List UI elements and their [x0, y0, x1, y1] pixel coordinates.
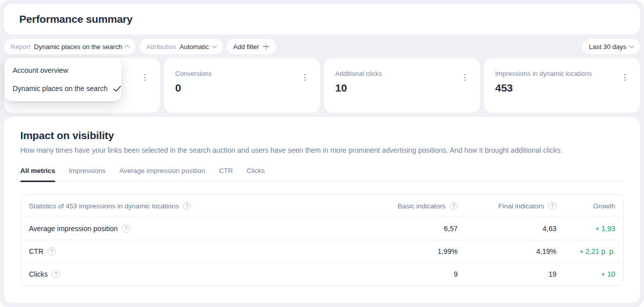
date-range-value: Last 30 days [589, 43, 626, 51]
filter-bar: Report Dynamic places on the search Attr… [4, 39, 640, 54]
metrics-tabs: All metrics Impressions Average impressi… [20, 167, 624, 182]
table-row: Average impression position ? 6,57 4,63 … [21, 217, 623, 240]
help-icon[interactable]: ? [548, 202, 556, 210]
statistics-table: Statistics of 453 impressions in dynamic… [20, 194, 624, 286]
metric-card-impressions: Impressions in dynamic locations 453 [484, 58, 640, 113]
final-value: 4,19% [458, 247, 556, 255]
tab-ctr[interactable]: CTR [219, 167, 233, 181]
dropdown-item-account-overview[interactable]: Account overview [5, 61, 122, 79]
table-title-cell: Statistics of 453 impressions in dynamic… [21, 202, 364, 210]
attribution-filter-value: Automatic [180, 43, 209, 51]
final-value: 19 [458, 270, 556, 278]
dropdown-item-label: Account overview [13, 66, 68, 74]
help-icon[interactable]: ? [48, 247, 56, 255]
report-dropdown-menu: Account overview Dynamic places on the s… [5, 58, 122, 101]
basic-value: 9 [364, 270, 458, 278]
kebab-menu-icon[interactable] [463, 73, 467, 82]
metric-value: 0 [175, 82, 308, 94]
plus-icon [263, 43, 269, 50]
metric-card-additional-clicks: Additional clicks 10 [324, 58, 480, 113]
metric-value: 10 [335, 82, 468, 94]
row-label-cell: CTR ? [21, 247, 364, 255]
row-label-cell: Average impression position ? [21, 225, 364, 233]
attribution-filter-label: Attribution [146, 43, 176, 51]
basic-value: 1,99% [364, 247, 458, 255]
metric-label: Impressions in dynamic locations [495, 70, 628, 77]
tab-average-impression-position[interactable]: Average impression position [119, 167, 205, 181]
section-title: Impact on visibility [20, 129, 624, 142]
chevron-down-icon [629, 43, 634, 49]
dropdown-item-label: Dynamic places on the search [13, 84, 108, 93]
kebab-menu-icon[interactable] [623, 73, 627, 82]
table-title: Statistics of 453 impressions in dynamic… [29, 202, 179, 210]
metric-label: Conversions [175, 70, 308, 77]
help-icon[interactable]: ? [183, 202, 191, 210]
metric-card-conversions: Conversions 0 [164, 58, 320, 113]
dropdown-item-dynamic-places[interactable]: Dynamic places on the search [5, 79, 122, 98]
table-header-row: Statistics of 453 impressions in dynamic… [21, 195, 623, 217]
page-header: Performance summary [4, 4, 640, 34]
check-icon [113, 85, 122, 93]
page-title: Performance summary [19, 13, 133, 25]
report-filter-dropdown[interactable]: Report Dynamic places on the search [4, 39, 136, 54]
column-header-growth: Growth [556, 202, 623, 210]
growth-value: + 10 [556, 270, 623, 278]
help-icon[interactable]: ? [122, 225, 130, 233]
add-filter-button[interactable]: Add filter [227, 39, 276, 54]
attribution-filter-dropdown[interactable]: Attribution Automatic [140, 39, 222, 54]
metric-value: 453 [495, 82, 628, 94]
tab-all-metrics[interactable]: All metrics [20, 167, 55, 181]
tab-clicks[interactable]: Clicks [247, 167, 265, 181]
chevron-up-icon [125, 45, 130, 50]
final-value: 4,63 [458, 225, 556, 233]
column-header-final: Final indicators ? [458, 202, 556, 210]
add-filter-label: Add filter [233, 43, 259, 51]
chevron-down-icon [212, 43, 217, 49]
tab-impressions[interactable]: Impressions [69, 167, 106, 181]
help-icon[interactable]: ? [52, 270, 60, 278]
table-row: Clicks ? 9 19 + 10 [21, 262, 623, 285]
help-icon[interactable]: ? [450, 202, 458, 210]
dashboard-shell: Performance summary Report Dynamic place… [0, 0, 644, 307]
date-range-dropdown[interactable]: Last 30 days [582, 39, 640, 54]
impact-on-visibility-section: Impact on visibility How many times have… [4, 117, 640, 303]
report-filter-value: Dynamic places on the search [34, 43, 122, 51]
row-label-cell: Clicks ? [21, 270, 364, 278]
column-header-basic: Basic indicators ? [364, 202, 458, 210]
kebab-menu-icon[interactable] [143, 73, 147, 82]
kebab-menu-icon[interactable] [303, 73, 307, 82]
section-description: How many times have your links been sele… [20, 146, 624, 154]
basic-value: 6,57 [364, 225, 458, 233]
metric-label: Additional clicks [335, 70, 468, 77]
growth-value: + 1,93 [556, 225, 623, 233]
report-filter-label: Report [11, 43, 30, 51]
table-row: CTR ? 1,99% 4,19% + 2,21 p. p. [21, 240, 623, 262]
growth-value: + 2,21 p. p. [556, 247, 623, 255]
